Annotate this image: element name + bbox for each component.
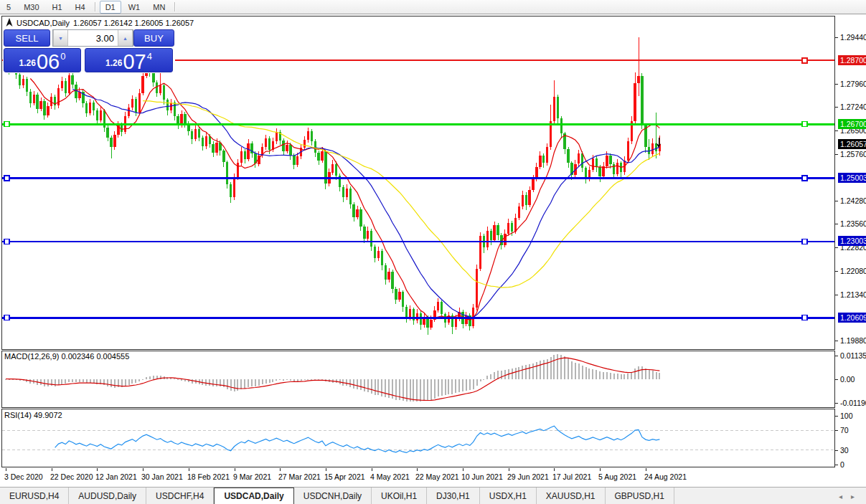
rsi-axis-label: 70 (840, 426, 849, 434)
time-axis-label: 12 Jan 2021 (95, 472, 137, 481)
time-axis-label: 18 Feb 2021 (187, 472, 230, 481)
time-axis-tick (326, 468, 326, 471)
volume-decrease-button[interactable]: ▼ (53, 30, 68, 46)
time-axis-tick (143, 468, 143, 471)
price-axis-label: 1.19880 (840, 336, 866, 345)
chart-tab-dj30-h1[interactable]: DJ30,H1 (427, 488, 480, 504)
time-axis-tick (189, 468, 189, 471)
price-level-badge: 1.26700 (838, 119, 866, 129)
time-axis-label: 3 Dec 2020 (4, 472, 43, 481)
chart-tab-usdx-h1[interactable]: USDX,H1 (480, 488, 537, 504)
chart-tab-usdchf-h4[interactable]: USDCHF,H4 (146, 488, 214, 504)
time-axis-label: 29 Jun 2021 (507, 472, 549, 481)
time-axis-label: 9 Mar 2021 (233, 472, 271, 481)
price-axis-label: 1.25760 (840, 150, 866, 158)
mouse-cursor-icon (655, 138, 664, 149)
bid-price-pip-digit: 0 (60, 51, 65, 62)
time-axis[interactable]: 3 Dec 202022 Dec 202012 Jan 202130 Jan 2… (1, 468, 835, 485)
rsi-axis-label: 0 (840, 460, 844, 469)
price-axis[interactable]: 1.294401.279601.272401.265001.257601.242… (835, 16, 866, 469)
price-axis-label: 1.27960 (840, 80, 866, 88)
chart-tab-usdcad-daily[interactable]: USDCAD,Daily (214, 488, 293, 504)
tab-scroll-right-icon[interactable]: ▸ (851, 493, 855, 500)
price-axis-label: 1.21340 (840, 290, 866, 299)
time-axis-tick (417, 468, 418, 471)
axis-tick-mark (835, 465, 838, 465)
timeframe-button-5[interactable]: 5 (1, 1, 17, 14)
time-axis-label: 4 May 2021 (370, 472, 410, 481)
chart-tab-ukoil-h1[interactable]: UKOil,H1 (372, 488, 427, 504)
chart-window: USDCAD,Daily 1.26057 1.26142 1.26005 1.2… (1, 16, 835, 468)
axis-tick-mark (835, 416, 838, 417)
macd-indicator-label: MACD(12,26,9) 0.002346 0.004555 (4, 352, 129, 361)
chart-tab-eurusd-h4[interactable]: EURUSD,H4 (0, 488, 69, 504)
chart-tab-gbpusd-h1[interactable]: GBPUSD,H1 (606, 488, 674, 504)
volume-increase-button[interactable]: ▲ (118, 30, 133, 46)
time-axis-tick (6, 468, 6, 471)
time-axis-label: 30 Jan 2021 (141, 472, 183, 481)
axis-tick-mark (835, 224, 838, 224)
axis-tick-mark (835, 356, 838, 356)
axis-tick-mark (835, 450, 838, 451)
time-axis-label: 24 Aug 2021 (644, 472, 687, 481)
toolbar-separator (174, 2, 176, 11)
time-axis-label: 17 Jul 2021 (552, 472, 591, 481)
buy-button[interactable]: BUY (133, 29, 174, 47)
rsi-indicator-label: RSI(14) 49.9072 (4, 411, 62, 419)
price-axis-label: 1.27240 (840, 103, 866, 111)
chart-canvas[interactable] (1, 16, 835, 468)
bid-price-big-digits: 06 (37, 52, 60, 71)
axis-tick-mark (835, 271, 838, 272)
time-axis-tick (280, 468, 281, 471)
axis-tick-mark (835, 341, 838, 341)
ask-price-big-digits: 07 (123, 52, 146, 71)
chart-tab-bar: EURUSD,H4AUDUSD,DailyUSDCHF,H4USDCAD,Dai… (0, 487, 866, 504)
price-axis-label: 1.29440 (840, 33, 866, 42)
mt4-terminal: 5M30H1H4D1W1MN USDCAD,Daily 1.26057 1.26… (0, 0, 866, 504)
macd-axis-label: 0.01135 (840, 351, 866, 360)
time-axis-tick (463, 468, 463, 471)
time-axis-tick (372, 468, 372, 471)
chart-tab-audusd-daily[interactable]: AUDUSD,Daily (69, 488, 146, 504)
volume-input[interactable] (68, 30, 118, 46)
timeframe-button-d1[interactable]: D1 (100, 1, 121, 14)
bid-price-box[interactable]: 1.26 06 0 (4, 48, 81, 72)
time-axis-tick (97, 468, 98, 471)
one-click-trading-panel: SELL ▼ ▲ BUY 1.26 06 0 (3, 29, 175, 73)
axis-tick-mark (835, 107, 838, 108)
time-axis-label: 22 May 2021 (415, 472, 459, 481)
price-axis-label: 1.23560 (840, 219, 866, 228)
rsi-axis-label: 30 (840, 446, 849, 455)
time-axis-tick (52, 468, 52, 471)
time-axis-tick (554, 468, 555, 471)
timeframe-button-w1[interactable]: W1 (123, 1, 146, 14)
volume-stepper: ▼ ▲ (52, 29, 133, 47)
chart-tab-usdcnh-daily[interactable]: USDCNH,Daily (294, 488, 372, 504)
macd-axis-label: -0.01190 (840, 399, 866, 407)
timeframe-button-mn[interactable]: MN (147, 1, 171, 14)
axis-tick-mark (835, 247, 838, 248)
ask-price-prefix: 1.26 (105, 58, 122, 68)
axis-tick-mark (835, 84, 838, 85)
one-click-trading-arrow-icon[interactable] (6, 18, 13, 27)
sell-button[interactable]: SELL (4, 29, 50, 47)
time-axis-label: 10 Jun 2021 (461, 472, 503, 481)
price-level-badge: 1.20609 (838, 313, 866, 323)
tab-scroll-left-icon[interactable]: ◂ (839, 493, 842, 500)
timeframe-button-h1[interactable]: H1 (47, 1, 68, 14)
chart-ohlc-values: 1.26057 1.26142 1.26005 1.26057 (73, 19, 194, 27)
time-axis-tick (509, 468, 509, 471)
axis-tick-mark (835, 403, 838, 404)
ask-price-box[interactable]: 1.26 07 4 (85, 48, 173, 72)
time-axis-tick (600, 468, 601, 471)
axis-tick-mark (835, 430, 838, 431)
chevron-up-icon: ▲ (123, 36, 128, 41)
axis-tick-mark (835, 154, 838, 155)
timeframe-button-h4[interactable]: H4 (70, 1, 91, 14)
price-axis-label: 1.24280 (840, 196, 866, 205)
axis-tick-mark (835, 295, 838, 295)
chart-tab-xauusd-h1[interactable]: XAUUSD,H1 (537, 488, 606, 504)
axis-tick-mark (835, 379, 838, 380)
price-level-badge: 1.23003 (838, 236, 866, 246)
timeframe-button-m30[interactable]: M30 (18, 1, 44, 14)
